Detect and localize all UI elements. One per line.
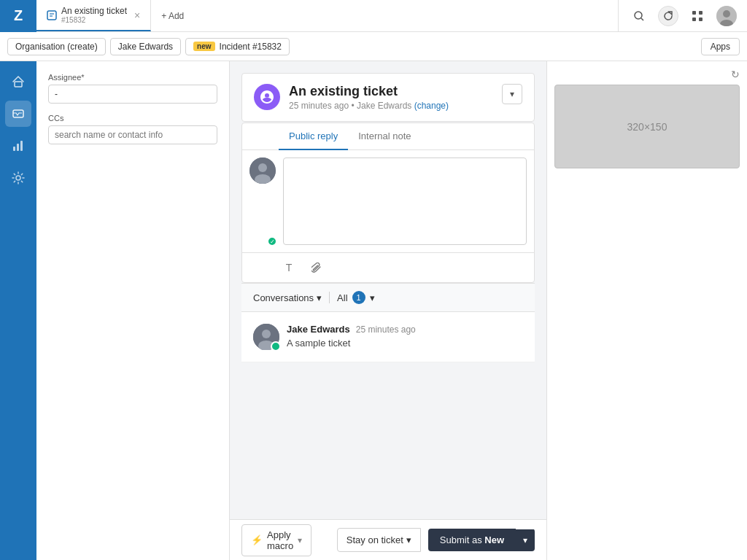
- svg-rect-7: [692, 18, 696, 21]
- message-item: Jake Edwards 25 minutes ago A sample tic…: [241, 312, 535, 362]
- dot-separator: •: [351, 101, 354, 111]
- svg-rect-0: [47, 11, 56, 20]
- filter-chevron-icon: ▾: [370, 292, 375, 303]
- top-right-icons: [619, 6, 747, 26]
- reply-toolbar: T: [242, 252, 534, 282]
- active-tab[interactable]: An existing ticket #15832 ×: [36, 0, 151, 31]
- chevron-down-icon: ▾: [510, 89, 514, 99]
- svg-rect-8: [699, 18, 703, 21]
- conversations-label: Conversations: [253, 292, 314, 303]
- message-author-name: Jake Edwards: [287, 324, 350, 335]
- tab-area: An existing ticket #15832 × + Add: [36, 0, 619, 31]
- svg-rect-5: [692, 11, 696, 15]
- properties-panel: Assignee* CCs: [36, 61, 230, 560]
- submit-label: Submit as: [440, 534, 484, 545]
- apps-panel: ↻ 320×150: [546, 61, 747, 560]
- ticket-title-row: An existing ticket 25 minutes ago • Jake…: [254, 84, 522, 111]
- svg-point-10: [723, 10, 730, 18]
- main-layout: Assignee* CCs An existing ticket 25 minu…: [0, 61, 747, 560]
- top-bar: Z An existing ticket #15832 × + Add: [0, 0, 747, 32]
- svg-rect-16: [20, 141, 23, 151]
- apply-macro-button[interactable]: ⚡ Apply macro ▾: [241, 524, 311, 556]
- all-filter[interactable]: All 1 ▾: [337, 291, 374, 304]
- ticket-header: An existing ticket 25 minutes ago • Jake…: [241, 73, 535, 122]
- all-label-text: All: [337, 292, 347, 303]
- incident-label: Incident #15832: [220, 42, 282, 52]
- conversation-count-badge: 1: [352, 291, 365, 304]
- svg-point-17: [16, 176, 20, 180]
- assignee-field-group: Assignee*: [48, 73, 217, 104]
- tab-public-reply[interactable]: Public reply: [279, 123, 348, 150]
- nav-settings-icon[interactable]: [5, 165, 31, 191]
- message-body: A sample ticket: [287, 338, 523, 349]
- incident-tag[interactable]: new Incident #15832: [185, 38, 290, 55]
- submit-status: New: [484, 534, 504, 545]
- left-nav: [0, 61, 36, 560]
- tab-subtitle: #15832: [61, 16, 127, 24]
- ticket-title: An existing ticket: [289, 84, 502, 99]
- tab-close-button[interactable]: ×: [134, 9, 140, 21]
- ccs-label: CCs: [48, 114, 217, 122]
- stay-on-ticket-button[interactable]: Stay on ticket ▾: [337, 528, 421, 552]
- svg-line-4: [641, 18, 643, 20]
- stay-label: Stay on ticket: [347, 534, 403, 545]
- apps-grid-icon[interactable]: [687, 6, 708, 26]
- attach-file-button[interactable]: [306, 257, 327, 278]
- message-header: Jake Edwards 25 minutes ago: [287, 324, 523, 335]
- svg-point-19: [258, 163, 267, 172]
- submit-button-group: Submit as New ▾: [428, 529, 535, 551]
- add-tab-button[interactable]: + Add: [151, 0, 194, 31]
- conversations-dropdown[interactable]: Conversations ▾: [253, 292, 322, 303]
- tab-internal-note[interactable]: Internal note: [348, 123, 421, 150]
- user-avatar[interactable]: [716, 6, 737, 26]
- placeholder-dimensions: 320×150: [627, 121, 667, 133]
- msg-avatar-wrap: [253, 324, 279, 350]
- ticket-icon: [47, 10, 57, 20]
- ticket-meta: An existing ticket 25 minutes ago • Jake…: [289, 84, 502, 111]
- nav-inbox-icon[interactable]: [5, 101, 31, 127]
- text-format-button[interactable]: T: [279, 257, 299, 278]
- stay-chevron-icon: ▾: [406, 534, 411, 545]
- svg-rect-12: [15, 82, 22, 87]
- message-content: Jake Edwards 25 minutes ago A sample tic…: [287, 324, 523, 350]
- add-label: + Add: [161, 11, 184, 21]
- ticket-scroll: An existing ticket 25 minutes ago • Jake…: [230, 61, 546, 519]
- apps-refresh-button[interactable]: ↻: [554, 69, 740, 80]
- secondary-nav: Organisation (create) Jake Edwards new I…: [0, 32, 747, 61]
- conversations-header: Conversations ▾ All 1 ▾: [241, 283, 535, 312]
- new-badge: new: [193, 42, 214, 51]
- apps-button[interactable]: Apps: [701, 38, 740, 55]
- ticket-submeta: 25 minutes ago • Jake Edwards (change): [289, 101, 502, 111]
- submit-dropdown-button[interactable]: ▾: [516, 529, 535, 551]
- lightning-icon: ⚡: [251, 534, 263, 545]
- conversations-chevron-icon: ▾: [317, 292, 322, 303]
- nav-chart-icon[interactable]: [5, 133, 31, 159]
- assignee-input[interactable]: [48, 85, 217, 104]
- search-icon[interactable]: [629, 6, 649, 26]
- reply-editor[interactable]: [283, 158, 527, 245]
- refresh-icon[interactable]: [658, 6, 678, 26]
- user-jake-edwards[interactable]: Jake Edwards: [110, 38, 181, 55]
- reply-body: ✓: [242, 150, 534, 252]
- time-ago: 25 minutes ago: [289, 101, 349, 111]
- apply-macro-label: Apply macro: [267, 529, 293, 551]
- logo-icon: Z: [14, 7, 23, 24]
- macro-chevron-icon: ▾: [298, 535, 302, 545]
- tab-title: An existing ticket: [61, 6, 127, 16]
- bottom-bar: ⚡ Apply macro ▾ Stay on ticket ▾ Submit …: [230, 519, 546, 560]
- svg-point-3: [635, 12, 642, 19]
- msg-status-badge: [271, 341, 281, 351]
- ccs-field-group: CCs: [48, 114, 217, 144]
- ccs-input[interactable]: [48, 125, 217, 144]
- conv-divider: [329, 292, 330, 303]
- ticket-options-button[interactable]: ▾: [502, 84, 522, 104]
- change-link[interactable]: (change): [414, 101, 449, 111]
- org-create-button[interactable]: Organisation (create): [7, 38, 106, 55]
- submit-as-button[interactable]: Submit as New: [428, 529, 516, 551]
- nav-home-icon[interactable]: [5, 69, 31, 95]
- reply-container: Public reply Internal note ✓ T: [241, 122, 535, 283]
- logo-area: Z: [0, 0, 36, 32]
- reply-avatar-wrap: ✓: [249, 158, 276, 245]
- ticket-area: An existing ticket 25 minutes ago • Jake…: [230, 61, 546, 560]
- message-timestamp: 25 minutes ago: [356, 324, 416, 335]
